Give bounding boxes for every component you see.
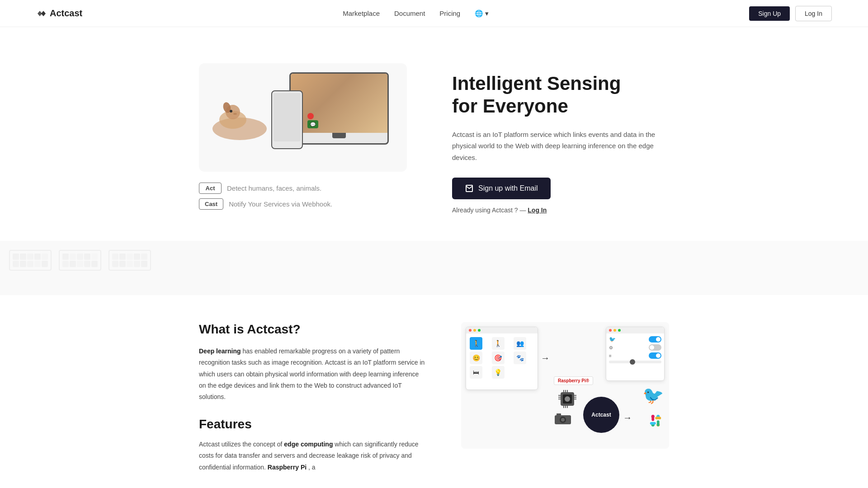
monitor-stand (332, 133, 346, 138)
camera-icon (554, 413, 572, 426)
what-para-text: has enabled remarkable progress on a var… (199, 347, 425, 400)
svg-rect-31 (650, 422, 656, 425)
iot-diagram-area: 🚶 🚶 👥 😊 🎯 🐾 🛏 💡 → Ra (461, 322, 669, 449)
slider-icon: ≡ (609, 353, 612, 358)
toggle-on-3 (649, 352, 661, 359)
mobile-frame (271, 90, 303, 149)
navbar: Actcast Marketplace Document Pricing 🌐 ▾… (0, 0, 868, 27)
feature-badges: Act Detect humans, faces, animals. Cast … (199, 183, 416, 210)
nav-login-button[interactable]: Log In (795, 6, 832, 21)
hero-title: Intelligent Sensing for Everyone (452, 72, 669, 118)
nav-signup-button[interactable]: Sign Up (749, 6, 790, 21)
nav-document[interactable]: Document (394, 9, 425, 17)
bed-icon-cell: 🛏 (470, 366, 482, 379)
what-text: What is Actcast? Deep learning Deep lear… (199, 322, 425, 473)
person-icon-cell: 🚶 (470, 337, 482, 350)
toggle-row-2: ⚙ (609, 344, 661, 351)
browser-window-right: 🐦 ⚙ ≡ (606, 327, 665, 381)
walk-icon-cell: 🚶 (492, 337, 505, 350)
logo-text: Actcast (50, 8, 82, 19)
window-min-dot-r (613, 329, 616, 332)
cast-badge: Cast (199, 198, 223, 210)
window-close-dot-r (609, 329, 612, 332)
window-close-dot (469, 329, 472, 332)
actcast-label: Actcast (591, 412, 611, 418)
dog-illustration (208, 95, 271, 140)
toggle-thumb-3 (656, 353, 660, 358)
arrow-icon-1: → (541, 353, 550, 363)
slider-thumb (630, 359, 635, 365)
hero-illustration: ☁ 💬 (199, 63, 407, 172)
monitor-frame (289, 72, 389, 145)
nav-links: Marketplace Document Pricing 🌐 ▾ (343, 9, 489, 18)
chat-bubble: 💬 (307, 120, 318, 128)
rpi-chip-icon (556, 388, 579, 410)
svg-rect-13 (574, 397, 576, 398)
window-max-dot-r (618, 329, 621, 332)
act-description: Detect humans, faces, animals. (227, 184, 321, 192)
cast-description: Notify Your Services via Webhook. (229, 200, 332, 208)
raspberry-continuation: , a (308, 464, 316, 471)
toggle-row-3: ≡ (609, 352, 661, 359)
nav-language[interactable]: 🌐 ▾ (475, 9, 489, 18)
raspberry-pi-bold: Raspberry Pi (268, 464, 307, 471)
window-minimize-dot (473, 329, 476, 332)
actcast-badge: Actcast (583, 397, 619, 433)
svg-rect-16 (565, 390, 566, 392)
already-text: Already using Actcast ? — Log In (452, 206, 669, 214)
svg-rect-12 (574, 395, 576, 396)
smile-icon-cell: 😊 (470, 352, 482, 364)
window-maximize-dot (478, 329, 481, 332)
raspberry-pi-badge: Raspberry Pi® (554, 376, 593, 385)
svg-rect-10 (558, 397, 561, 398)
toggle-thumb-1 (656, 337, 660, 342)
svg-rect-30 (657, 421, 660, 427)
cast-badge-row: Cast Notify Your Services via Webhook. (199, 198, 416, 210)
nav-marketplace[interactable]: Marketplace (343, 9, 380, 17)
svg-rect-14 (574, 399, 576, 399)
what-section: What is Actcast? Deep learning Deep lear… (163, 295, 705, 488)
svg-point-4 (230, 110, 232, 113)
svg-rect-29 (651, 415, 654, 421)
svg-rect-20 (567, 406, 568, 408)
signup-email-label: Sign up with Email (478, 184, 538, 192)
settings-icon: ⚙ (609, 345, 613, 350)
deep-learning-bold: Deep learning (199, 347, 241, 355)
svg-rect-17 (567, 390, 568, 392)
icon-grid: 🚶 🚶 👥 😊 🎯 🐾 🛏 💡 (470, 337, 534, 379)
features-title: Features (199, 417, 425, 432)
act-badge-row: Act Detect humans, faces, animals. (199, 183, 416, 194)
nav-pricing[interactable]: Pricing (439, 9, 460, 17)
act-badge: Act (199, 183, 222, 194)
logo[interactable]: Actcast (36, 8, 82, 19)
what-description: Deep learning Deep learning has enabled … (199, 346, 425, 403)
twitter-toggle-row: 🐦 (609, 336, 661, 343)
toggle-thumb-2 (650, 345, 654, 350)
slack-icon (647, 413, 664, 433)
svg-rect-32 (655, 417, 661, 420)
logo-icon (36, 8, 47, 19)
browser-bar-right (606, 327, 664, 333)
hero-description: Actcast is an IoT platform service which… (452, 129, 669, 164)
email-icon (465, 184, 474, 193)
paw-icon-cell: 🐾 (514, 352, 526, 364)
globe-icon: 🌐 (475, 9, 483, 18)
chevron-down-icon: ▾ (485, 9, 489, 18)
svg-point-5 (233, 113, 237, 115)
mobile-screen (274, 93, 300, 141)
slider-bar (609, 361, 661, 363)
svg-rect-11 (558, 399, 561, 399)
arrow-icon-2: → (623, 413, 632, 423)
svg-point-8 (565, 396, 570, 402)
svg-point-23 (561, 418, 565, 422)
toggle-on-1 (649, 336, 661, 343)
svg-rect-9 (558, 395, 561, 396)
twitter-icon-small: 🐦 (609, 336, 616, 343)
edge-computing-bold: edge computing (284, 441, 333, 448)
what-title: What is Actcast? (199, 322, 425, 337)
signup-email-button[interactable]: Sign up with Email (452, 178, 551, 199)
people-icon-cell: 👥 (514, 337, 526, 350)
login-link[interactable]: Log In (528, 206, 547, 214)
hero-content: Intelligent Sensing for Everyone Actcast… (452, 63, 669, 214)
rpi-label: Raspberry Pi® (554, 376, 593, 385)
